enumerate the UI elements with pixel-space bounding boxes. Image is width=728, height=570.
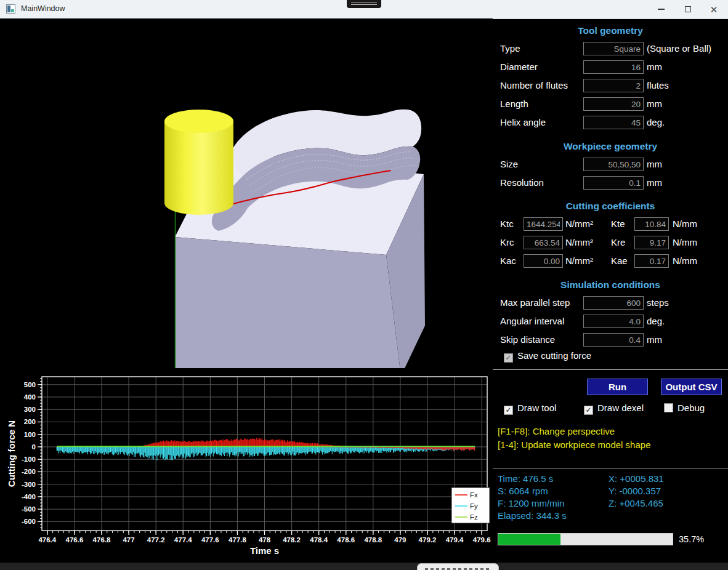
maxstep-unit: steps xyxy=(647,297,669,308)
Kte-unit: N/mm xyxy=(673,219,697,229)
maxstep-input[interactable] xyxy=(583,296,644,310)
window-title: MainWindow xyxy=(21,4,65,13)
Krc-Kre-row: KrcN/mm²KreN/mm xyxy=(493,236,728,251)
Kae-input[interactable] xyxy=(634,254,669,268)
svg-text:479.4: 479.4 xyxy=(446,536,464,544)
helix-input[interactable] xyxy=(583,116,644,129)
Kre-input[interactable] xyxy=(634,236,669,249)
clipped-tooltip xyxy=(417,563,499,570)
section-header: Cutting coefficients xyxy=(493,199,728,214)
Kre-label: Kre xyxy=(611,237,625,247)
tool-cylinder-body xyxy=(164,121,233,215)
save-cutting-force-label: Save cutting force xyxy=(517,350,591,361)
status-spindle: S: 6064 rpm xyxy=(498,485,567,497)
Ktc-input[interactable] xyxy=(524,217,563,231)
progress-bar-fill xyxy=(498,534,560,545)
draw-tool-toggle[interactable]: ✓Draw tool xyxy=(504,403,556,415)
helix-row: Helix angledeg. xyxy=(493,116,728,130)
svg-text:Fz: Fz xyxy=(470,513,478,521)
diameter-row: Diametermm xyxy=(493,60,728,75)
section-tool-geometry: Tool geometry Type(Square or Ball)Diamet… xyxy=(493,23,728,130)
svg-text:479: 479 xyxy=(394,536,406,544)
type-label: Type xyxy=(500,43,520,54)
output-csv-button[interactable]: Output CSV xyxy=(661,379,722,395)
keyboard-hints: [F1-F8]: Change perspective [1-4]: Updat… xyxy=(498,425,650,452)
svg-text:477.4: 477.4 xyxy=(174,536,192,544)
svg-text:Cutting force N: Cutting force N xyxy=(6,420,17,487)
svg-text:479.6: 479.6 xyxy=(473,536,491,544)
draw-tool-checkbox[interactable]: ✓ xyxy=(504,406,513,415)
status-time: Time: 476.5 s xyxy=(498,473,567,485)
draw-dexel-checkbox[interactable]: ✓ xyxy=(584,406,593,415)
size-input[interactable] xyxy=(583,158,644,171)
helix-unit: deg. xyxy=(647,117,665,127)
debug-label: Debug xyxy=(677,403,705,413)
size-unit: mm xyxy=(647,159,662,169)
flutes-unit: flutes xyxy=(647,80,669,90)
Kac-Kae-row: KacN/mm²KaeN/mm xyxy=(493,254,728,269)
run-button[interactable]: Run xyxy=(587,379,648,395)
diameter-label: Diameter xyxy=(500,62,538,72)
hint-line: [1-4]: Update workpiece model shape xyxy=(498,438,650,452)
size-label: Size xyxy=(500,159,518,169)
cutting-force-chart: 476.4476.6476.8477477.2477.4477.6477.847… xyxy=(0,368,493,570)
debug-toggle[interactable]: Debug xyxy=(664,403,705,413)
viewport-3d[interactable] xyxy=(0,18,493,375)
anginterval-row: Angular intervaldeg. xyxy=(493,315,728,329)
flutes-row: Number of flutesflutes xyxy=(493,79,728,94)
section-simulation-conditions: Simulation conditions Max parallel steps… xyxy=(493,278,728,348)
divider xyxy=(493,468,728,468)
svg-text:478.8: 478.8 xyxy=(364,536,382,544)
svg-text:-600: -600 xyxy=(22,518,36,525)
svg-text:478.4: 478.4 xyxy=(310,536,328,544)
screen-notch xyxy=(347,0,381,8)
anginterval-label: Angular interval xyxy=(500,316,564,326)
draw-dexel-toggle[interactable]: ✓Draw dexel xyxy=(584,403,644,415)
Ktc-label: Ktc xyxy=(500,219,514,229)
skipdist-input[interactable] xyxy=(583,333,644,347)
flutes-input[interactable] xyxy=(583,79,644,92)
helix-label: Helix angle xyxy=(500,117,546,127)
svg-text:100: 100 xyxy=(24,431,36,438)
status-z: Z: +0045.465 xyxy=(609,497,664,510)
Kte-input[interactable] xyxy=(634,217,669,231)
Krc-label: Krc xyxy=(500,237,514,247)
Ktc-Kte-row: KtcN/mm²KteN/mm xyxy=(493,217,728,232)
section-header: Workpiece geometry xyxy=(493,139,728,154)
anginterval-input[interactable] xyxy=(583,315,644,328)
resolution-input[interactable] xyxy=(583,176,644,190)
save-cutting-force-toggle[interactable]: ✓Save cutting force xyxy=(504,350,591,364)
progress-percent: 35.7% xyxy=(679,534,704,544)
type-row: Type(Square or Ball) xyxy=(493,42,728,57)
section-workpiece-geometry: Workpiece geometry SizemmResolutionmm xyxy=(493,139,728,191)
status-left-column: Time: 476.5 s S: 6064 rpm F: 1200 mm/min… xyxy=(498,473,567,522)
length-input[interactable] xyxy=(583,97,644,111)
skipdist-unit: mm xyxy=(647,334,662,345)
type-input[interactable] xyxy=(583,42,644,55)
bottom-strip xyxy=(0,563,728,570)
size-row: Sizemm xyxy=(493,158,728,172)
status-x: X: +0005.831 xyxy=(609,473,664,485)
resolution-row: Resolutionmm xyxy=(493,176,728,191)
diameter-input[interactable] xyxy=(583,60,644,74)
status-right-column: X: +0005.831 Y: -0000.357 Z: +0045.465 xyxy=(609,473,664,510)
svg-text:-500: -500 xyxy=(22,505,36,513)
resolution-label: Resolution xyxy=(500,177,544,188)
svg-text:Fy: Fy xyxy=(470,502,478,510)
save-cutting-force-checkbox[interactable]: ✓ xyxy=(504,353,513,363)
svg-text:Time s: Time s xyxy=(250,545,279,556)
draw-toggles-row: ✓Draw tool✓Draw dexelDebug xyxy=(493,401,728,416)
svg-text:477: 477 xyxy=(123,536,134,544)
progress-bar xyxy=(498,533,673,545)
status-y: Y: -0000.357 xyxy=(609,485,664,497)
resolution-unit: mm xyxy=(647,177,662,188)
maxstep-label: Max parallel step xyxy=(500,297,570,308)
tool-cylinder-top xyxy=(164,110,233,133)
Kac-unit: N/mm² xyxy=(565,255,593,266)
length-label: Length xyxy=(500,98,528,109)
Kac-input[interactable] xyxy=(524,254,563,268)
length-unit: mm xyxy=(647,98,662,109)
Krc-input[interactable] xyxy=(524,236,563,249)
debug-checkbox[interactable] xyxy=(664,403,673,412)
control-panel: Tool geometry Type(Square or Ball)Diamet… xyxy=(493,0,728,570)
